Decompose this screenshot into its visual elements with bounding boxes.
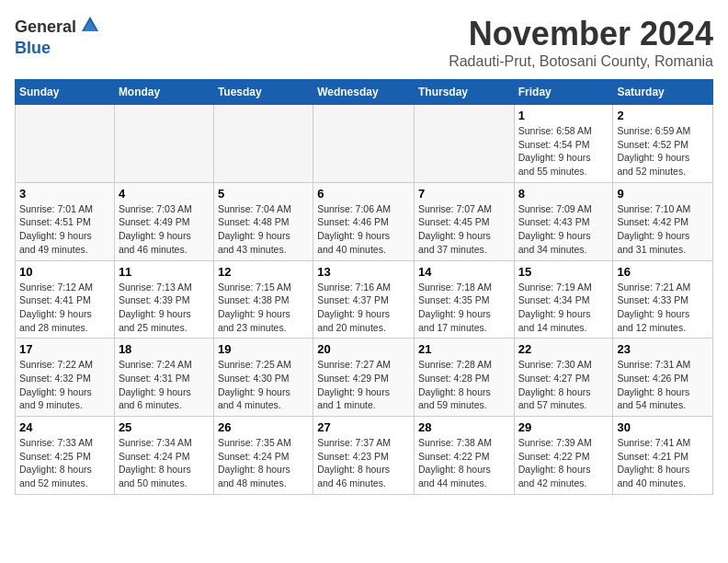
calendar-cell: 2Sunrise: 6:59 AM Sunset: 4:52 PM Daylig… (613, 105, 713, 183)
logo-general-text: General (15, 17, 76, 37)
week-row-3: 17Sunrise: 7:22 AM Sunset: 4:32 PM Dayli… (16, 339, 713, 417)
logo-blue-text: Blue (15, 39, 51, 58)
calendar-cell: 24Sunrise: 7:33 AM Sunset: 4:25 PM Dayli… (16, 417, 115, 495)
day-detail: Sunrise: 7:24 AM Sunset: 4:31 PM Dayligh… (119, 358, 210, 412)
day-detail: Sunrise: 7:28 AM Sunset: 4:28 PM Dayligh… (418, 358, 510, 412)
header-wednesday: Wednesday (313, 80, 415, 105)
calendar-cell (313, 105, 415, 183)
day-number: 27 (317, 420, 410, 434)
calendar-cell: 18Sunrise: 7:24 AM Sunset: 4:31 PM Dayli… (114, 339, 213, 417)
calendar-cell: 9Sunrise: 7:10 AM Sunset: 4:42 PM Daylig… (613, 182, 713, 260)
calendar-cell: 30Sunrise: 7:41 AM Sunset: 4:21 PM Dayli… (613, 417, 713, 495)
day-number: 3 (19, 187, 110, 201)
day-detail: Sunrise: 7:30 AM Sunset: 4:27 PM Dayligh… (518, 358, 609, 412)
calendar-cell: 12Sunrise: 7:15 AM Sunset: 4:38 PM Dayli… (213, 260, 313, 339)
day-detail: Sunrise: 7:15 AM Sunset: 4:38 PM Dayligh… (218, 281, 309, 335)
day-number: 26 (218, 420, 309, 434)
day-detail: Sunrise: 7:27 AM Sunset: 4:29 PM Dayligh… (317, 358, 410, 412)
day-detail: Sunrise: 7:01 AM Sunset: 4:51 PM Dayligh… (19, 202, 110, 257)
calendar-cell: 6Sunrise: 7:06 AM Sunset: 4:46 PM Daylig… (313, 182, 415, 260)
location-subtitle: Radauti-Prut, Botosani County, Romania (449, 53, 713, 70)
day-detail: Sunrise: 7:10 AM Sunset: 4:42 PM Dayligh… (617, 202, 709, 257)
month-title: November 2024 (449, 15, 713, 53)
calendar-cell: 17Sunrise: 7:22 AM Sunset: 4:32 PM Dayli… (16, 339, 115, 417)
day-number: 10 (19, 265, 110, 279)
day-detail: Sunrise: 7:25 AM Sunset: 4:30 PM Dayligh… (218, 358, 309, 412)
day-detail: Sunrise: 7:18 AM Sunset: 4:35 PM Dayligh… (418, 281, 510, 335)
calendar-cell: 1Sunrise: 6:58 AM Sunset: 4:54 PM Daylig… (514, 105, 613, 183)
calendar-cell: 27Sunrise: 7:37 AM Sunset: 4:23 PM Dayli… (313, 417, 415, 495)
day-detail: Sunrise: 7:39 AM Sunset: 4:22 PM Dayligh… (518, 436, 609, 490)
page-header: General Blue November 2024 Radauti-Prut,… (15, 15, 713, 70)
day-detail: Sunrise: 7:04 AM Sunset: 4:48 PM Dayligh… (218, 202, 309, 257)
day-detail: Sunrise: 7:34 AM Sunset: 4:24 PM Dayligh… (119, 436, 210, 490)
day-number: 19 (218, 342, 309, 356)
day-number: 23 (617, 342, 709, 356)
day-number: 22 (518, 342, 609, 356)
week-row-0: 1Sunrise: 6:58 AM Sunset: 4:54 PM Daylig… (16, 105, 713, 183)
day-detail: Sunrise: 7:12 AM Sunset: 4:41 PM Dayligh… (19, 281, 110, 335)
calendar-cell: 7Sunrise: 7:07 AM Sunset: 4:45 PM Daylig… (414, 182, 514, 260)
day-number: 13 (317, 265, 410, 279)
calendar-cell: 20Sunrise: 7:27 AM Sunset: 4:29 PM Dayli… (313, 339, 415, 417)
day-detail: Sunrise: 6:58 AM Sunset: 4:54 PM Dayligh… (518, 124, 609, 178)
calendar-cell: 22Sunrise: 7:30 AM Sunset: 4:27 PM Dayli… (514, 339, 613, 417)
logo-icon (80, 15, 100, 39)
day-number: 24 (19, 420, 110, 434)
day-detail: Sunrise: 7:35 AM Sunset: 4:24 PM Dayligh… (218, 436, 309, 490)
day-number: 15 (518, 265, 609, 279)
header-monday: Monday (114, 80, 213, 105)
calendar-cell (16, 105, 115, 183)
header-saturday: Saturday (613, 80, 713, 105)
day-detail: Sunrise: 7:06 AM Sunset: 4:46 PM Dayligh… (317, 202, 410, 257)
day-number: 11 (119, 265, 210, 279)
header-tuesday: Tuesday (213, 80, 313, 105)
calendar-cell: 28Sunrise: 7:38 AM Sunset: 4:22 PM Dayli… (414, 417, 514, 495)
day-number: 30 (617, 420, 709, 434)
day-detail: Sunrise: 7:38 AM Sunset: 4:22 PM Dayligh… (418, 436, 510, 490)
day-detail: Sunrise: 7:13 AM Sunset: 4:39 PM Dayligh… (119, 281, 210, 335)
calendar-cell: 16Sunrise: 7:21 AM Sunset: 4:33 PM Dayli… (613, 260, 713, 339)
calendar-cell: 13Sunrise: 7:16 AM Sunset: 4:37 PM Dayli… (313, 260, 415, 339)
calendar-cell: 8Sunrise: 7:09 AM Sunset: 4:43 PM Daylig… (514, 182, 613, 260)
day-number: 8 (518, 187, 609, 201)
title-section: November 2024 Radauti-Prut, Botosani Cou… (449, 15, 713, 70)
calendar-cell (414, 105, 514, 183)
day-detail: Sunrise: 7:19 AM Sunset: 4:34 PM Dayligh… (518, 281, 609, 335)
calendar-cell: 23Sunrise: 7:31 AM Sunset: 4:26 PM Dayli… (613, 339, 713, 417)
day-number: 6 (317, 187, 410, 201)
day-detail: Sunrise: 7:33 AM Sunset: 4:25 PM Dayligh… (19, 436, 110, 490)
calendar-cell: 19Sunrise: 7:25 AM Sunset: 4:30 PM Dayli… (213, 339, 313, 417)
day-detail: Sunrise: 7:37 AM Sunset: 4:23 PM Dayligh… (317, 436, 410, 490)
week-row-2: 10Sunrise: 7:12 AM Sunset: 4:41 PM Dayli… (16, 260, 713, 339)
day-detail: Sunrise: 7:22 AM Sunset: 4:32 PM Dayligh… (19, 358, 110, 412)
calendar-cell: 29Sunrise: 7:39 AM Sunset: 4:22 PM Dayli… (514, 417, 613, 495)
calendar-cell: 14Sunrise: 7:18 AM Sunset: 4:35 PM Dayli… (414, 260, 514, 339)
calendar-cell (213, 105, 313, 183)
day-detail: Sunrise: 6:59 AM Sunset: 4:52 PM Dayligh… (617, 124, 709, 178)
day-number: 5 (218, 187, 309, 201)
day-detail: Sunrise: 7:31 AM Sunset: 4:26 PM Dayligh… (617, 358, 709, 412)
calendar-cell: 5Sunrise: 7:04 AM Sunset: 4:48 PM Daylig… (213, 182, 313, 260)
day-number: 18 (119, 342, 210, 356)
day-detail: Sunrise: 7:07 AM Sunset: 4:45 PM Dayligh… (418, 202, 510, 257)
day-detail: Sunrise: 7:03 AM Sunset: 4:49 PM Dayligh… (119, 202, 210, 257)
week-row-4: 24Sunrise: 7:33 AM Sunset: 4:25 PM Dayli… (16, 417, 713, 495)
calendar-cell (114, 105, 213, 183)
day-detail: Sunrise: 7:21 AM Sunset: 4:33 PM Dayligh… (617, 281, 709, 335)
header-sunday: Sunday (16, 80, 115, 105)
day-number: 25 (119, 420, 210, 434)
header-thursday: Thursday (414, 80, 514, 105)
calendar-cell: 26Sunrise: 7:35 AM Sunset: 4:24 PM Dayli… (213, 417, 313, 495)
calendar-cell: 10Sunrise: 7:12 AM Sunset: 4:41 PM Dayli… (16, 260, 115, 339)
calendar-cell: 3Sunrise: 7:01 AM Sunset: 4:51 PM Daylig… (16, 182, 115, 260)
calendar-cell: 4Sunrise: 7:03 AM Sunset: 4:49 PM Daylig… (114, 182, 213, 260)
calendar-cell: 25Sunrise: 7:34 AM Sunset: 4:24 PM Dayli… (114, 417, 213, 495)
calendar-cell: 21Sunrise: 7:28 AM Sunset: 4:28 PM Dayli… (414, 339, 514, 417)
header-friday: Friday (514, 80, 613, 105)
day-number: 17 (19, 342, 110, 356)
day-number: 1 (518, 109, 609, 122)
calendar-cell: 15Sunrise: 7:19 AM Sunset: 4:34 PM Dayli… (514, 260, 613, 339)
day-number: 4 (119, 187, 210, 201)
day-detail: Sunrise: 7:16 AM Sunset: 4:37 PM Dayligh… (317, 281, 410, 335)
